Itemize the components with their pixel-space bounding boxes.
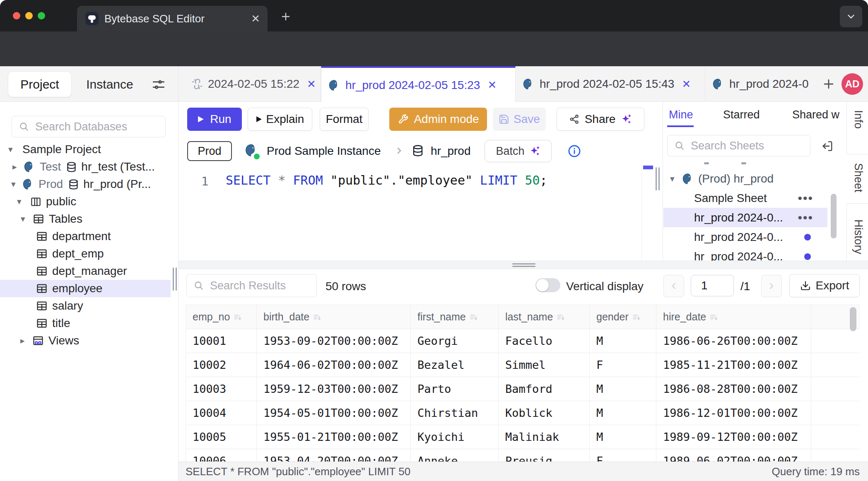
tree-item-table-employee[interactable]: employee xyxy=(0,280,171,297)
sheet-item-unsaved[interactable]: hr_prod 2024-0... xyxy=(663,227,827,247)
tree-item-sample-project[interactable]: ▾ Sample Project xyxy=(0,141,178,158)
side-tab-info[interactable]: Info xyxy=(852,110,865,129)
database-search-input[interactable] xyxy=(34,120,161,134)
table-cell[interactable]: 1989-06-02T00:00:00Z xyxy=(656,449,811,462)
instance-name[interactable]: Prod Sample Instance xyxy=(267,144,381,158)
table-cell[interactable]: M xyxy=(590,425,656,449)
user-avatar[interactable]: AD xyxy=(841,73,863,95)
close-sheet-icon[interactable]: ✕ xyxy=(307,78,316,91)
table-cell[interactable]: Kyoichi xyxy=(411,425,499,449)
sql-code-line[interactable]: SELECT * FROM "public"."employee" LIMIT … xyxy=(226,173,547,188)
table-cell[interactable]: 1959-12-03T00:00:00Z xyxy=(257,377,411,401)
table-cell[interactable]: 1986-08-28T00:00:00Z xyxy=(656,377,811,401)
table-cell[interactable]: Koblick xyxy=(499,401,590,425)
sheet-item-sample-sheet[interactable]: Sample Sheet ••• xyxy=(663,188,827,208)
table-cell[interactable]: Anneke xyxy=(411,449,499,462)
database-name[interactable]: hr_prod xyxy=(431,144,471,158)
maximize-window-button[interactable] xyxy=(38,12,45,19)
table-cell[interactable]: Georgi xyxy=(411,329,499,353)
sidebar-resize-handle[interactable] xyxy=(173,267,174,291)
tree-item-views-group[interactable]: ▸ Views xyxy=(0,332,178,349)
caret-down-icon[interactable]: ▾ xyxy=(17,197,26,207)
table-cell[interactable]: 1953-04-20T00:00:00Z xyxy=(257,449,411,462)
sheet-search-input[interactable] xyxy=(690,139,806,153)
tree-item-table-department[interactable]: department xyxy=(0,228,178,245)
caret-down-icon[interactable]: ▾ xyxy=(11,179,20,189)
table-cell[interactable]: Preusig xyxy=(499,449,590,462)
caret-down-icon[interactable]: ▾ xyxy=(21,214,30,224)
tree-item-tables-group[interactable]: ▾ Tables xyxy=(0,210,178,228)
database-search[interactable] xyxy=(12,116,166,137)
table-cell[interactable]: Bamford xyxy=(499,377,590,401)
sheet-item-menu-icon[interactable]: ••• xyxy=(798,191,813,205)
run-button[interactable]: Run xyxy=(187,108,242,131)
sort-icon[interactable] xyxy=(469,313,478,322)
sidebar-tab-project[interactable]: Project xyxy=(8,72,71,97)
minimize-window-button[interactable] xyxy=(25,12,33,19)
table-cell[interactable]: 1955-01-21T00:00:00Z xyxy=(257,425,411,449)
tree-item-table-title[interactable]: title xyxy=(0,315,178,332)
table-cell[interactable]: 10003 xyxy=(186,377,257,401)
sheet-tab-2-active[interactable]: hr_prod 2024-02-05 15:23 ✕ xyxy=(321,66,516,102)
sheet-item-clipped[interactable]: hr_prod 2024-0... xyxy=(663,247,827,261)
column-header-hire_date[interactable]: hire_date xyxy=(656,305,811,329)
add-sheet-icon[interactable] xyxy=(822,77,836,91)
admin-mode-button[interactable]: Admin mode xyxy=(389,108,487,131)
tree-item-table-dept-manager[interactable]: dept_manager xyxy=(0,262,178,280)
tree-item-public-schema[interactable]: ▾ public xyxy=(0,193,178,210)
results-resize-handle[interactable] xyxy=(512,263,535,265)
results-resize-handle[interactable] xyxy=(512,266,535,267)
sheet-item-selected[interactable]: hr_prod 2024-0... ••• xyxy=(663,208,827,227)
export-button[interactable]: Export xyxy=(789,274,860,297)
close-tab-icon[interactable]: ✕ xyxy=(251,12,260,25)
sort-icon[interactable] xyxy=(313,313,322,322)
new-tab-icon[interactable] xyxy=(280,11,292,22)
info-icon[interactable] xyxy=(567,144,581,158)
table-cell[interactable]: M xyxy=(590,377,656,401)
results-search-input[interactable] xyxy=(209,279,312,293)
page-number-input[interactable] xyxy=(691,275,734,296)
caret-right-icon[interactable]: ▸ xyxy=(12,162,22,172)
close-sheet-icon[interactable]: ✕ xyxy=(487,79,497,91)
side-tab-history[interactable]: History xyxy=(852,219,865,254)
column-header-gender[interactable]: gender xyxy=(590,305,656,329)
caret-down-icon[interactable]: ▾ xyxy=(8,144,17,154)
table-cell[interactable]: 10005 xyxy=(186,425,257,449)
table-cell[interactable]: 1985-11-21T00:00:00Z xyxy=(656,353,811,377)
table-cell[interactable]: Bezalel xyxy=(411,353,499,377)
table-cell[interactable]: 1954-05-01T00:00:00Z xyxy=(257,401,411,425)
results-divider[interactable] xyxy=(178,261,868,269)
explain-button[interactable]: Explain xyxy=(248,108,312,131)
sheet-group-hr-prod[interactable]: ▾ (Prod) hr_prod xyxy=(663,169,827,188)
table-cell[interactable]: 1964-06-02T00:00:00Z xyxy=(257,353,411,377)
sheets-tab-mine[interactable]: Mine xyxy=(669,108,693,121)
sheets-scrollbar[interactable] xyxy=(831,194,837,238)
table-cell[interactable]: 10001 xyxy=(186,329,257,353)
format-button[interactable]: Format xyxy=(320,108,369,131)
column-header-last_name[interactable]: last_name xyxy=(499,305,590,329)
tab-search-button[interactable] xyxy=(840,6,862,27)
results-search[interactable] xyxy=(186,274,317,297)
close-window-button[interactable] xyxy=(13,12,20,19)
results-scrollbar[interactable] xyxy=(850,307,856,331)
table-cell[interactable]: F xyxy=(590,353,656,377)
sidebar-tab-instance[interactable]: Instance xyxy=(83,72,137,97)
caret-right-icon[interactable]: ▸ xyxy=(20,336,29,346)
table-cell[interactable]: Simmel xyxy=(499,353,590,377)
next-page-button[interactable] xyxy=(761,275,782,297)
sheet-search[interactable] xyxy=(667,135,810,156)
browser-tab[interactable]: Bytebase SQL Editor ✕ xyxy=(77,6,268,31)
column-header-first_name[interactable]: first_name xyxy=(411,305,499,329)
sidebar-resize-handle[interactable] xyxy=(176,267,177,291)
table-cell[interactable]: F xyxy=(590,449,656,462)
table-cell[interactable]: 1953-09-02T00:00:00Z xyxy=(257,329,411,353)
table-cell[interactable]: 10006 xyxy=(186,449,257,462)
batch-button[interactable]: Batch xyxy=(485,140,552,162)
sheets-tab-starred[interactable]: Starred xyxy=(723,108,760,121)
sheets-tab-shared[interactable]: Shared w xyxy=(792,108,845,121)
sheet-tab-3[interactable]: hr_prod 2024-02-05 15:43 ✕ xyxy=(516,66,705,102)
close-sheet-icon[interactable]: ✕ xyxy=(682,78,691,91)
sort-icon[interactable] xyxy=(632,313,641,322)
sheet-tab-4[interactable]: hr_prod 2024-0 xyxy=(705,66,816,102)
table-cell[interactable]: M xyxy=(590,329,656,353)
